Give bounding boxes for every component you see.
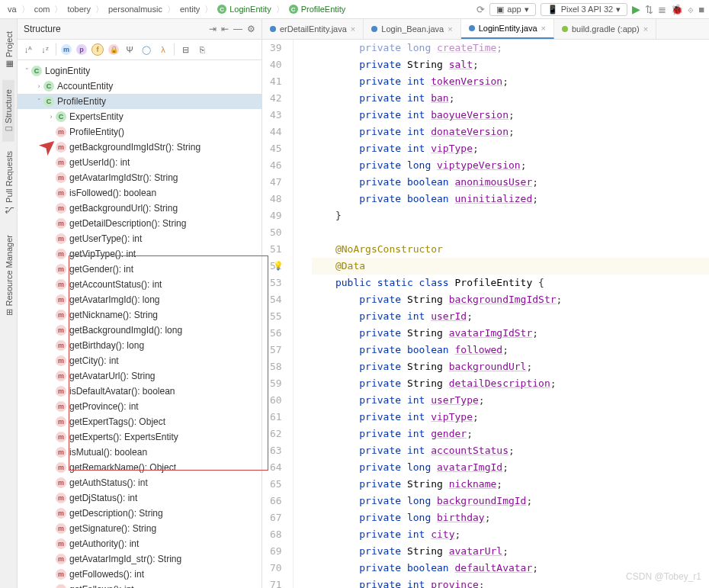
code-area[interactable]: 3940414243444546474849505152💡53545556575… [262,40,709,588]
run-config-selector[interactable]: ▣ app ▾ [489,3,535,16]
tree-node[interactable]: misMutual(): boolean [18,445,261,460]
tree-node[interactable]: mgetGender(): int [18,262,261,277]
crumb[interactable]: entity [177,5,203,14]
tree-node[interactable]: mgetBackgroundImgId(): long [18,323,261,338]
tree-node[interactable]: mgetSignature(): String [18,521,261,536]
show-lambdas-icon[interactable]: 🔒 [108,44,119,55]
expand-icon[interactable]: ⇤ [221,24,229,34]
structure-panel: Structure ⇥ ⇤ — ⚙ ↓ᴬ ↓ᶻ m p f 🔒 Ψ ◯ λ ⊟ … [18,19,262,588]
sort-vis-icon[interactable]: ↓ᶻ [39,43,51,56]
tree-node[interactable]: mgetRemarkName(): Object [18,460,261,475]
method-icon: m [56,355,66,366]
collapse-icon[interactable]: ⇥ [209,24,217,34]
crumb[interactable]: com [31,5,53,14]
method-icon: m [56,142,66,153]
hide-icon[interactable]: — [233,24,242,34]
method-icon: m [56,401,66,412]
tree-node[interactable]: mgetProvince(): int [18,399,261,414]
anon-icon[interactable]: ◯ [140,43,152,56]
close-icon[interactable]: × [448,24,452,34]
editor-tab[interactable]: erDetailEntity.java× [262,19,364,39]
device-selector[interactable]: 📱 Pixel 3 API 32 ▾ [541,3,628,16]
tree-node[interactable]: mgetUserId(): int [18,155,261,170]
show-methods-icon[interactable]: m [61,44,72,55]
tree-node[interactable]: mgetAvatarImgIdStr(): String [18,170,261,185]
tree-node[interactable]: mgetUserType(): int [18,231,261,246]
watermark: CSDN @Tobey_r1 [626,571,701,582]
tree-node[interactable]: mgetCity(): int [18,353,261,368]
tree-node[interactable]: mgetExpertTags(): Object [18,414,261,429]
tree-node[interactable]: mgetAuthStatus(): int [18,475,261,490]
method-icon: m [56,462,66,473]
lambda-icon[interactable]: λ [157,43,169,56]
crumb[interactable]: personalmusic [105,5,165,14]
method-icon: m [56,127,66,137]
crumb[interactable]: CProfileEntity [286,5,349,14]
tree-node[interactable]: mgetDjStatus(): int [18,490,261,506]
tree-node[interactable]: mgetBirthday(): long [18,338,261,353]
filter-icon[interactable]: Ψ [124,43,136,56]
method-icon: m [56,172,66,183]
tree-node[interactable]: mgetExperts(): ExpertsEntity [18,429,261,445]
tree-node[interactable]: mgetAvatarUrl(): String [18,368,261,384]
tree-root[interactable]: ˅ C LoginEntity [18,63,261,79]
tree-node[interactable]: mgetAvatarImgId_str(): String [18,551,261,567]
sort-alpha-icon[interactable]: ↓ᴬ [22,43,34,56]
gear-icon[interactable]: ⚙ [247,24,255,34]
tree-node[interactable]: mgetDescription(): String [18,506,261,521]
sync-icon[interactable]: ⟳ [476,4,485,15]
tree-node[interactable]: mProfileEntity() [18,124,261,140]
close-icon[interactable]: × [541,24,546,33]
sidebar-tab-resource-manager[interactable]: ⊞ Resource Manager [2,226,15,326]
editor-tab[interactable]: build.gradle (:app)× [554,19,656,39]
bug-icon[interactable]: 🐞 [671,4,683,15]
tree-node[interactable]: ›CAccountEntity [18,79,261,94]
tree-node[interactable]: misFollowed(): boolean [18,185,261,201]
tree-node[interactable]: mgetBackgroundUrl(): String [18,201,261,216]
tree-node[interactable]: mgetDetailDescription(): String [18,216,261,231]
gutter: 3940414243444546474849505152💡53545556575… [262,40,294,588]
sidebar-tab-structure[interactable]: ⌷ Structure [2,80,14,142]
tree-node[interactable]: mgetNickname(): String [18,307,261,323]
editor-tabs: erDetailEntity.java×Login_Bean.java×Logi… [262,19,709,40]
structure-tree[interactable]: ˅ C LoginEntity ›CAccountEntity˅CProfile… [18,60,261,588]
tree-node[interactable]: mgetFolloweds(): int [18,567,261,582]
method-icon: m [56,233,66,244]
attach-icon[interactable]: ⟐ [688,4,694,15]
sidebar-tab-pull-requests[interactable]: ⎇ Pull Requests [2,142,15,226]
tree-node[interactable]: ˅CProfileEntity [18,94,261,109]
tree-node[interactable]: mgetAuthority(): int [18,536,261,551]
debug-icon[interactable]: ⇅ [645,4,653,15]
tree-node[interactable]: misDefaultAvatar(): boolean [18,384,261,399]
method-icon: m [56,569,66,580]
method-icon: m [56,584,66,588]
tree-node[interactable]: mgetAvatarImgId(): long [18,292,261,307]
tree-node[interactable]: mgetBackgroundImgIdStr(): String [18,140,261,155]
crumb[interactable]: tobery [64,5,94,14]
show-fields-icon[interactable]: f [91,43,104,56]
method-icon: m [56,294,66,305]
stop-icon[interactable]: ■ [698,4,704,15]
editor-tab[interactable]: LoginEntity.java× [461,19,554,39]
close-icon[interactable]: × [351,24,355,34]
tree-node[interactable]: ›CExpertsEntity [18,109,261,124]
method-icon: m [56,523,66,534]
structure-toolbar: ↓ᴬ ↓ᶻ m p f 🔒 Ψ ◯ λ ⊟ ⎘ [18,40,261,60]
run-button[interactable]: ▶ [632,3,640,15]
crumb[interactable]: CLoginEntity [214,5,274,14]
show-properties-icon[interactable]: p [76,44,87,55]
profile-icon[interactable]: ≣ [658,4,666,15]
method-icon: m [56,340,66,351]
autoscroll-icon[interactable]: ⎘ [196,43,208,56]
tree-node[interactable]: mgetAccountStatus(): int [18,277,261,292]
tree-node[interactable]: mgetVipType(): int [18,246,261,262]
close-icon[interactable]: × [643,24,648,34]
expand-all-icon[interactable]: ⊟ [179,43,191,56]
editor-tab[interactable]: Login_Bean.java× [364,19,460,39]
code[interactable]: private long createTime; private String … [294,40,709,588]
class-icon: C [56,111,66,122]
crumb[interactable]: va [5,5,20,14]
tree-node[interactable]: mgetFollows(): int [18,582,261,588]
sidebar-tab-project[interactable]: ▦ Project [2,22,15,80]
method-icon: m [56,218,66,229]
